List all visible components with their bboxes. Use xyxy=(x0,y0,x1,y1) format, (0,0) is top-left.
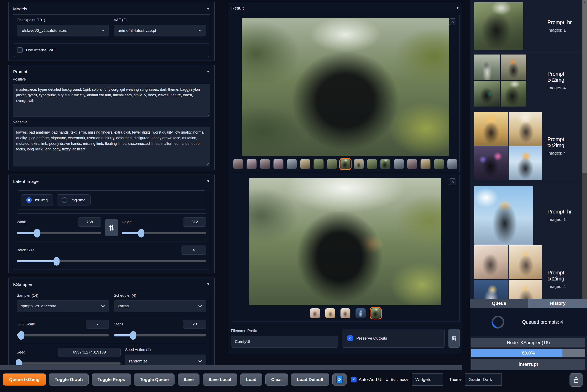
latent-section-header[interactable]: Latent Image ▼ xyxy=(13,178,210,187)
history-image-grid[interactable] xyxy=(474,245,542,299)
cfg-slider[interactable] xyxy=(17,331,109,340)
auto-add-ui-checkbox[interactable]: ✓ xyxy=(351,377,357,382)
collapse-icon[interactable]: ▼ xyxy=(456,6,459,10)
collapse-icon[interactable]: ▼ xyxy=(206,70,210,74)
load-button[interactable]: Load xyxy=(240,374,262,386)
main-horizontal-scrollbar[interactable] xyxy=(0,365,462,370)
refresh-button[interactable]: ⟳ xyxy=(332,374,347,386)
history-item[interactable]: Prompt: txt2img Images: 4 xyxy=(470,109,587,183)
queue-txt2img-button[interactable]: Queue txt2img xyxy=(3,374,46,386)
ui-edit-mode-select[interactable]: Widgets xyxy=(412,374,443,386)
ksampler-section-header[interactable]: KSampler ▼ xyxy=(13,281,210,290)
auto-add-ui-row[interactable]: ✓ Auto-Add UI xyxy=(351,377,383,382)
collapse-icon[interactable]: ▼ xyxy=(206,179,210,184)
scrollbar-thumb[interactable] xyxy=(0,365,462,370)
history-image-grid[interactable] xyxy=(474,54,526,106)
history-image-grid[interactable] xyxy=(474,112,542,180)
thumbnail[interactable] xyxy=(325,308,335,318)
seed-input[interactable]: 693741274019139 xyxy=(58,348,121,357)
negative-prompt-textarea[interactable]: lowres, bad anatomy, bad hands, text, er… xyxy=(13,127,210,166)
history-item[interactable]: Prompt: txt2img Images: 4 xyxy=(470,52,587,109)
vae-dropdown[interactable]: animefull-latest.vae.pt xyxy=(114,25,206,36)
cfg-scale-input[interactable]: 7 xyxy=(86,320,109,329)
interrupt-button[interactable]: Interrupt xyxy=(471,359,585,370)
clear-outputs-button[interactable] xyxy=(449,329,460,348)
thumbnail[interactable] xyxy=(313,159,324,169)
swap-dimensions-button[interactable] xyxy=(105,219,118,236)
steps-input[interactable]: 20 xyxy=(183,320,206,329)
generated-image-main[interactable] xyxy=(242,18,449,156)
thumbnail[interactable] xyxy=(434,159,444,169)
resize-handle-icon[interactable] xyxy=(207,113,209,116)
radio-unselected-icon[interactable] xyxy=(62,197,67,203)
theme-select[interactable]: Gradio Dark xyxy=(465,374,502,386)
checkpoint-dropdown[interactable]: refslaveV2_v2.safetensors xyxy=(17,25,109,36)
clear-button[interactable]: Clear xyxy=(265,374,288,386)
height-input[interactable]: 512 xyxy=(183,218,206,226)
load-default-button[interactable]: Load Default xyxy=(291,374,329,386)
thumbnail[interactable] xyxy=(354,159,364,169)
thumbnail[interactable] xyxy=(327,159,337,169)
thumbnail[interactable] xyxy=(367,159,377,169)
preserve-outputs-row[interactable]: ✓ Preserve Outputs xyxy=(342,329,445,348)
generated-image-main-2[interactable] xyxy=(249,178,441,305)
sampler-dropdown[interactable]: dpmpp_2s_ancestral xyxy=(17,300,109,312)
thumbnail[interactable] xyxy=(394,159,404,169)
thumbnail[interactable] xyxy=(273,159,284,169)
toggle-queue-button[interactable]: Toggle Queue xyxy=(134,374,174,386)
thumbnail[interactable] xyxy=(260,159,270,169)
thumbnail[interactable] xyxy=(380,159,390,169)
toggle-props-button[interactable]: Toggle Props xyxy=(92,374,131,386)
history-item[interactable]: Prompt: hr Images: 1 xyxy=(470,183,587,248)
resize-handle-icon[interactable] xyxy=(207,163,209,166)
preserve-outputs-checkbox[interactable]: ✓ xyxy=(347,336,353,341)
cfg-slider-knob[interactable] xyxy=(18,331,24,340)
thumbnail[interactable] xyxy=(310,308,320,318)
thumbnail[interactable] xyxy=(287,159,297,169)
scroll-up-icon[interactable]: ▲ xyxy=(583,0,587,4)
prompt-section-header[interactable]: Prompt ▼ xyxy=(13,68,210,77)
save-button[interactable]: Save xyxy=(178,374,199,386)
main-vertical-scrollbar[interactable]: ▲ xyxy=(462,0,462,370)
use-internal-vae-row[interactable]: Use Internal VAE xyxy=(13,43,210,57)
thumbnail[interactable] xyxy=(233,159,243,169)
toggle-graph-button[interactable]: Toggle Graph xyxy=(49,374,89,386)
mode-img2img-option[interactable]: img2img xyxy=(56,194,91,206)
use-internal-vae-checkbox[interactable] xyxy=(17,47,23,53)
scheduler-dropdown[interactable]: karras xyxy=(114,300,206,312)
thumbnail[interactable] xyxy=(246,159,257,169)
height-slider[interactable] xyxy=(122,229,206,238)
close-icon[interactable]: × xyxy=(449,178,456,186)
batch-slider-knob[interactable] xyxy=(53,257,59,266)
positive-prompt-textarea[interactable]: masterpiece, hyper detailed background, … xyxy=(13,84,210,117)
close-icon[interactable]: × xyxy=(449,18,456,26)
lock-ui-button[interactable] xyxy=(570,373,583,386)
width-input[interactable]: 768 xyxy=(78,218,101,226)
thumbnail[interactable] xyxy=(356,308,366,318)
thumbnail[interactable] xyxy=(340,308,351,318)
width-slider[interactable] xyxy=(17,229,101,238)
radio-selected-icon[interactable] xyxy=(26,197,32,203)
steps-slider[interactable] xyxy=(114,331,206,340)
thumbnail-selected[interactable] xyxy=(340,159,351,169)
filename-prefix-input[interactable]: ComfyUI xyxy=(231,336,338,348)
collapse-icon[interactable]: ▼ xyxy=(206,282,210,286)
models-section-header[interactable]: Models ▼ xyxy=(13,5,210,14)
thumbnail-selected[interactable] xyxy=(371,308,381,318)
width-slider-knob[interactable] xyxy=(34,229,40,238)
history-item[interactable]: Prompt: hr Images: 1 xyxy=(470,0,587,52)
height-slider-knob[interactable] xyxy=(138,229,144,238)
thumbnail[interactable] xyxy=(407,159,417,169)
history-image[interactable] xyxy=(474,2,523,50)
collapse-icon[interactable]: ▼ xyxy=(206,7,210,11)
batch-size-input[interactable]: 4 xyxy=(181,246,206,255)
batch-size-slider[interactable] xyxy=(17,257,206,266)
thumbnail[interactable] xyxy=(300,159,310,169)
history-item[interactable]: Prompt: txt2img Images: 4 xyxy=(470,248,587,299)
scroll-up-icon[interactable]: ▲ xyxy=(462,0,462,4)
scrollbar-thumb[interactable] xyxy=(583,0,587,173)
history-scrollbar[interactable]: ▲ xyxy=(583,0,587,299)
tab-queue[interactable]: Queue xyxy=(470,299,528,308)
result-header[interactable]: Result ▼ xyxy=(231,4,460,14)
mode-txt2img-option[interactable]: txt2img xyxy=(21,194,53,206)
